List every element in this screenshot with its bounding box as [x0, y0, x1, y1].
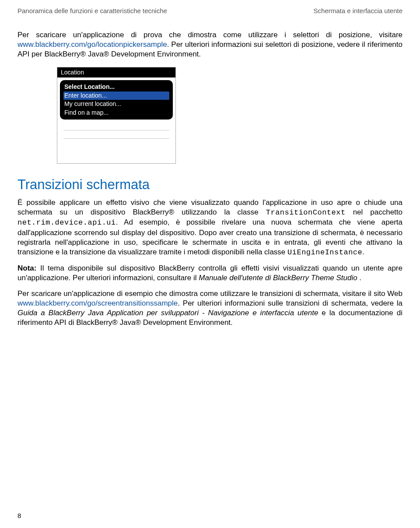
popup-title: Select Location... — [63, 83, 169, 92]
popup-item-my-location[interactable]: My current location... — [63, 100, 169, 109]
figure-titlebar: Location — [57, 67, 175, 77]
header-right: Schermata e interfaccia utente — [314, 7, 402, 14]
p1-text-1: Per scaricare un'applicazione di prova c… — [18, 31, 402, 39]
paragraph-nota: Nota: Il tema disponibile sul dispositiv… — [18, 264, 402, 283]
figure-separator-lines — [63, 130, 169, 139]
paragraph-2: È possibile applicare un effetto visivo … — [18, 198, 402, 257]
p2-text-4: . — [362, 248, 364, 256]
popup-item-enter-location[interactable]: Enter location... — [63, 92, 169, 100]
select-location-popup: Select Location... Enter location... My … — [60, 80, 173, 120]
figure-container: Location Select Location... Enter locati… — [18, 67, 402, 164]
code-uiengineinstance: UiEngineInstance — [287, 248, 362, 257]
heading-transizioni: Transizioni schermata — [18, 177, 402, 193]
header-row: Panoramica delle funzioni e caratteristi… — [18, 7, 402, 14]
link-screentransitionssample[interactable]: www.blackberry.com/go/screentransitionss… — [18, 299, 178, 307]
p3-italic-1: Guida a BlackBerry Java Application per … — [18, 309, 318, 317]
p3-text-2: . Per ulteriori informazioni sulle trans… — [178, 299, 402, 307]
header-left: Panoramica delle funzioni e caratteristi… — [18, 7, 167, 14]
p2-text-2: nel pacchetto — [346, 208, 402, 216]
paragraph-1: Per scaricare un'applicazione di prova c… — [18, 30, 402, 59]
nota-text-2: . — [357, 274, 361, 282]
code-package: net.rim.device.api.ui — [18, 218, 116, 227]
nota-italic-1: Manuale dell'utente di BlackBerry Theme … — [199, 274, 357, 282]
figure-body: Select Location... Enter location... My … — [57, 77, 175, 163]
page-number: 8 — [18, 512, 21, 519]
popup-item-find-on-map[interactable]: Find on a map... — [63, 109, 169, 117]
link-locationpickersample[interactable]: www.blackberry.com/go/locationpickersamp… — [18, 40, 167, 49]
location-picker-figure: Location Select Location... Enter locati… — [57, 67, 176, 164]
paragraph-3: Per scaricare un'applicazione di esempio… — [18, 289, 402, 327]
code-transitioncontext: TransitionContext — [266, 208, 346, 217]
p3-text-1: Per scaricare un'applicazione di esempio… — [18, 289, 402, 298]
nota-label: Nota: — [18, 264, 36, 272]
